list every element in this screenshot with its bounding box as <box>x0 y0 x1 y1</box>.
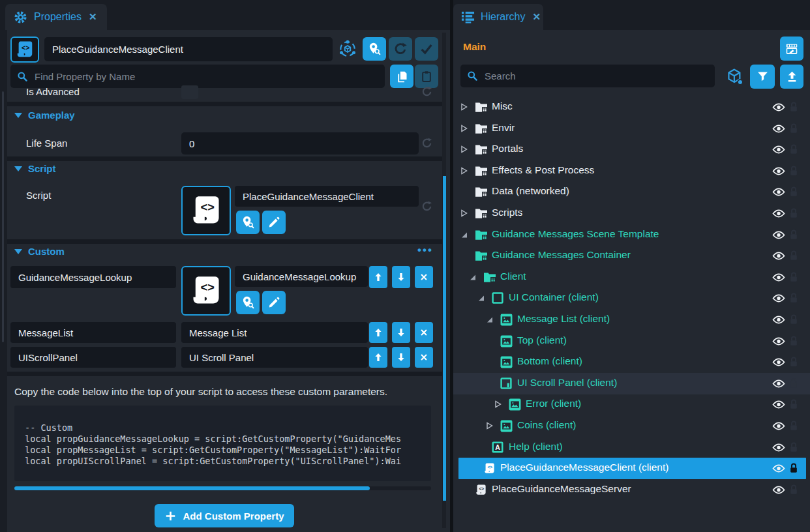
tree-row-ui-scroll-panel-client[interactable]: UI Scroll Panel (client) <box>453 373 810 394</box>
networked-objects-icon[interactable] <box>725 67 744 86</box>
eye-icon[interactable] <box>772 357 785 367</box>
eye-icon[interactable] <box>772 400 785 409</box>
lock-icon[interactable] <box>789 186 798 198</box>
revert-button[interactable] <box>389 37 412 61</box>
eye-icon[interactable] <box>772 124 785 134</box>
tab-hierarchy[interactable]: Hierarchy ✕ <box>453 4 543 30</box>
life-span-input[interactable] <box>181 132 419 155</box>
locate-asset-button[interactable] <box>236 211 260 234</box>
tree-row-coins-client[interactable]: Coins (client) <box>453 415 810 437</box>
custom-param-remove-button[interactable] <box>415 266 433 288</box>
lock-icon[interactable] <box>789 356 798 368</box>
custom-code-block[interactable]: -- Custom local propGuidanceMessageLooku… <box>14 406 431 481</box>
eye-icon[interactable] <box>772 187 785 197</box>
tree-row-scripts[interactable]: Scripts <box>453 203 810 224</box>
tree-row-envir[interactable]: Envir <box>453 118 810 140</box>
lock-icon[interactable] <box>789 229 798 241</box>
tree-row-data-networked[interactable]: Data (networked) <box>453 181 810 203</box>
eye-icon[interactable] <box>772 443 785 452</box>
locate-asset-button[interactable] <box>236 291 260 314</box>
custom-param-remove-button[interactable] <box>415 322 433 343</box>
lock-icon[interactable] <box>789 441 798 453</box>
object-name-input[interactable] <box>44 37 333 61</box>
eye-icon[interactable] <box>772 230 785 240</box>
expand-collapsed-icon[interactable] <box>460 145 469 154</box>
script-asset-thumbnail[interactable]: <> <box>181 186 231 235</box>
reset-icon[interactable] <box>421 137 433 149</box>
expand-collapsed-icon[interactable] <box>460 209 469 218</box>
custom-param-moveup-button[interactable] <box>369 347 387 368</box>
close-icon[interactable]: ✕ <box>89 11 97 23</box>
tree-row-ui-container-client[interactable]: UI Container (client) <box>453 288 810 309</box>
networked-icon[interactable] <box>338 39 357 59</box>
expand-expanded-icon[interactable] <box>485 315 494 324</box>
is-advanced-checkbox[interactable] <box>181 85 198 99</box>
custom-param-movedown-button[interactable] <box>392 347 410 368</box>
apply-button[interactable] <box>415 37 438 61</box>
custom-asset-thumbnail[interactable]: <> <box>181 266 231 316</box>
custom-param-name[interactable]: UIScrollPanel <box>10 347 176 368</box>
lock-icon[interactable] <box>789 143 798 155</box>
tree-row-placeguidancemessageserver[interactable]: <>PlaceGuidanceMessageServer <box>453 479 810 501</box>
add-custom-property-button[interactable]: Add Custom Property <box>155 504 294 527</box>
lock-icon[interactable] <box>789 292 798 304</box>
tree-row-effects-post-process[interactable]: Effects & Post Process <box>453 160 810 182</box>
hierarchy-search[interactable] <box>460 65 715 87</box>
reset-icon[interactable] <box>421 200 433 213</box>
eye-icon[interactable] <box>772 273 785 282</box>
tree-row-placeguidancemessageclient-client[interactable]: <>PlaceGuidanceMessageClient (client) <box>458 458 806 479</box>
custom-param-movedown-button[interactable] <box>392 322 410 343</box>
code-hscrollbar-thumb[interactable] <box>14 486 370 490</box>
tree-row-misc[interactable]: Misc <box>453 96 810 118</box>
lock-icon[interactable] <box>789 377 798 389</box>
property-search-input[interactable] <box>33 70 378 83</box>
custom-param-remove-button[interactable] <box>415 347 433 368</box>
tree-row-top-client[interactable]: Top (client) <box>453 331 810 352</box>
eye-icon[interactable] <box>772 379 785 389</box>
reset-icon[interactable] <box>421 85 433 98</box>
paste-properties-button[interactable] <box>415 65 438 88</box>
expand-collapsed-icon[interactable] <box>494 400 503 409</box>
edit-script-button[interactable] <box>262 211 286 234</box>
tree-row-help-client[interactable]: AHelp (client) <box>453 437 810 458</box>
eye-icon[interactable] <box>772 464 785 473</box>
eye-icon[interactable] <box>772 485 785 495</box>
custom-param-name[interactable]: GuidanceMessageLookup <box>10 266 176 288</box>
custom-param-movedown-button[interactable] <box>392 266 410 288</box>
close-icon[interactable]: ✕ <box>532 11 541 23</box>
lock-icon[interactable] <box>789 123 798 134</box>
lock-icon[interactable] <box>789 335 798 347</box>
expand-collapsed-icon[interactable] <box>460 166 469 175</box>
custom-param-name[interactable]: MessageList <box>10 322 176 343</box>
tree-row-guidance-messages-container[interactable]: Guidance Messages Container <box>453 245 810 267</box>
expand-collapsed-icon[interactable] <box>485 421 494 430</box>
eye-icon[interactable] <box>772 166 785 176</box>
lock-icon[interactable] <box>789 398 798 410</box>
lock-icon[interactable] <box>789 420 798 432</box>
custom-param-moveup-button[interactable] <box>369 322 387 343</box>
section-gameplay[interactable]: Gameplay <box>14 110 75 121</box>
lock-icon[interactable] <box>789 207 798 219</box>
tree-row-client[interactable]: Client <box>453 267 810 288</box>
eye-icon[interactable] <box>772 293 785 303</box>
lock-icon[interactable] <box>789 165 798 177</box>
eye-icon[interactable] <box>772 102 785 112</box>
tab-properties[interactable]: Properties ✕ <box>5 4 107 30</box>
lock-icon[interactable] <box>789 462 798 474</box>
expand-expanded-icon[interactable] <box>468 273 477 282</box>
edge-scrollbar[interactable] <box>2 91 4 342</box>
edit-script-button[interactable] <box>262 291 286 314</box>
eye-icon[interactable] <box>772 336 785 346</box>
eye-icon[interactable] <box>772 145 785 155</box>
tree-row-guidance-messages-scene-template[interactable]: Guidance Messages Scene Template <box>453 224 810 246</box>
lock-icon[interactable] <box>789 250 798 261</box>
copy-properties-button[interactable] <box>390 65 413 88</box>
lock-icon[interactable] <box>789 101 798 113</box>
properties-vscrollbar-thumb[interactable] <box>443 176 446 501</box>
expand-collapsed-icon[interactable] <box>460 102 469 111</box>
eye-icon[interactable] <box>772 251 785 261</box>
tree-row-bottom-client[interactable]: Bottom (client) <box>453 351 810 373</box>
expand-expanded-icon[interactable] <box>460 230 469 239</box>
lock-icon[interactable] <box>789 314 798 325</box>
section-custom[interactable]: Custom <box>14 246 65 257</box>
